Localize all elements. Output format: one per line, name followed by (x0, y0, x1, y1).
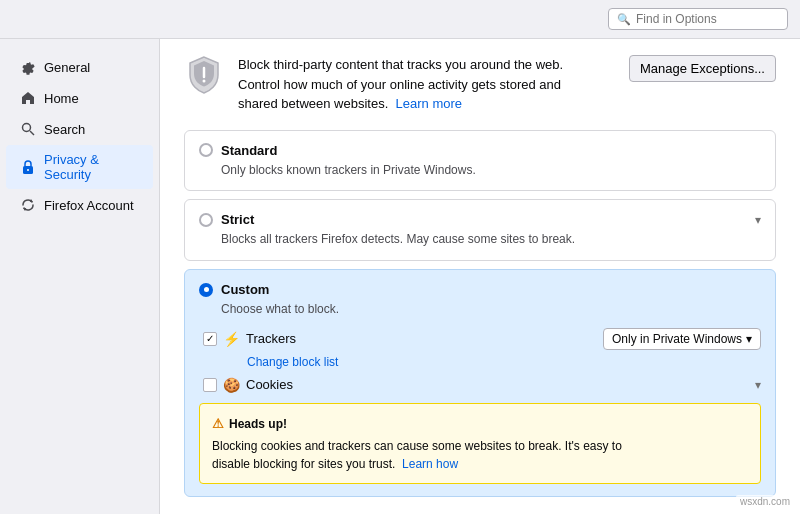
sidebar-item-home[interactable]: Home (6, 83, 153, 113)
custom-radio[interactable] (199, 283, 213, 297)
trackers-dropdown-value: Only in Private Windows (612, 332, 742, 346)
svg-point-3 (27, 169, 29, 171)
heads-up-title-text: Heads up! (229, 415, 287, 433)
svg-line-1 (30, 131, 34, 135)
content-area: Block third-party content that tracks yo… (160, 39, 800, 514)
home-icon (20, 90, 36, 106)
cookies-label: Cookies (246, 377, 749, 392)
search-input[interactable] (636, 12, 779, 26)
top-bar: 🔍 (0, 0, 800, 39)
trackers-label: Trackers (246, 331, 597, 346)
blocking-desc-line3: shared between websites. (238, 96, 388, 111)
sidebar-item-search[interactable]: Search (6, 114, 153, 144)
change-block-list-row: Change block list (223, 354, 761, 369)
cookies-row: 🍪 Cookies ▾ (203, 377, 761, 393)
learn-how-link[interactable]: Learn how (402, 457, 458, 471)
sync-icon (20, 197, 36, 213)
svg-point-0 (23, 124, 31, 132)
sidebar-item-firefox-account[interactable]: Firefox Account (6, 190, 153, 220)
option-header-strict: Strict ▾ (199, 212, 761, 227)
blocking-desc-line1: Block third-party content that tracks yo… (238, 57, 563, 72)
custom-desc: Choose what to block. (221, 301, 761, 318)
shield-icon-wrap (184, 55, 224, 95)
option-card-custom: Custom Choose what to block. ✓ ⚡ Tracker… (184, 269, 776, 497)
trackers-dropdown-arrow-icon: ▾ (746, 332, 752, 346)
option-card-standard: Standard Only blocks known trackers in P… (184, 130, 776, 192)
sidebar-item-privacy-label: Privacy & Security (44, 152, 139, 182)
trackers-row: ✓ ⚡ Trackers Only in Private Windows ▾ (203, 328, 761, 350)
heads-up-text2: disable blocking for sites you trust. (212, 457, 395, 471)
cookies-icon: 🍪 (223, 377, 240, 393)
sidebar-item-search-label: Search (44, 122, 85, 137)
standard-desc: Only blocks known trackers in Private Wi… (221, 162, 761, 179)
strict-radio[interactable] (199, 213, 213, 227)
search-box[interactable]: 🔍 (608, 8, 788, 30)
sidebar-item-general[interactable]: General (6, 52, 153, 82)
change-block-list-link[interactable]: Change block list (247, 355, 338, 369)
blocking-desc-line2: Control how much of your online activity… (238, 77, 561, 92)
strict-label: Strict (221, 212, 254, 227)
custom-label: Custom (221, 282, 269, 297)
sidebar-item-home-label: Home (44, 91, 79, 106)
cookies-checkbox[interactable] (203, 378, 217, 392)
search-icon: 🔍 (617, 13, 631, 26)
tracker-icon: ⚡ (223, 331, 240, 347)
sidebar-item-privacy[interactable]: Privacy & Security (6, 145, 153, 189)
option-card-strict: Strict ▾ Blocks all trackers Firefox det… (184, 199, 776, 261)
standard-radio[interactable] (199, 143, 213, 157)
custom-content: ✓ ⚡ Trackers Only in Private Windows ▾ C… (199, 328, 761, 485)
watermark: wsxdn.com (736, 495, 794, 508)
heads-up-text: Blocking cookies and trackers can cause … (212, 439, 622, 453)
option-header-custom: Custom (199, 282, 761, 297)
warning-icon: ⚠ (212, 414, 224, 434)
strict-desc: Blocks all trackers Firefox detects. May… (221, 231, 761, 248)
cookies-dropdown[interactable]: ▾ (755, 378, 761, 392)
main-layout: General Home Search (0, 39, 800, 514)
search-nav-icon (20, 121, 36, 137)
trackers-checkbox[interactable]: ✓ (203, 332, 217, 346)
heads-up-box: ⚠ Heads up! Blocking cookies and tracker… (199, 403, 761, 485)
trackers-dropdown[interactable]: Only in Private Windows ▾ (603, 328, 761, 350)
sidebar: General Home Search (0, 39, 160, 514)
sidebar-item-firefox-account-label: Firefox Account (44, 198, 134, 213)
strict-arrow-icon: ▾ (755, 213, 761, 227)
checkmark-icon: ✓ (206, 334, 214, 344)
content-blocking-header: Block third-party content that tracks yo… (184, 55, 776, 114)
lock-icon (20, 159, 36, 175)
blocking-text: Block third-party content that tracks yo… (238, 55, 615, 114)
option-header-standard: Standard (199, 143, 761, 158)
sidebar-item-general-label: General (44, 60, 90, 75)
learn-more-link[interactable]: Learn more (396, 96, 462, 111)
manage-exceptions-button[interactable]: Manage Exceptions... (629, 55, 776, 82)
heads-up-title: ⚠ Heads up! (212, 414, 748, 434)
svg-point-5 (203, 80, 206, 83)
standard-label: Standard (221, 143, 277, 158)
gear-icon (20, 59, 36, 75)
cookies-dropdown-arrow-icon: ▾ (755, 378, 761, 392)
